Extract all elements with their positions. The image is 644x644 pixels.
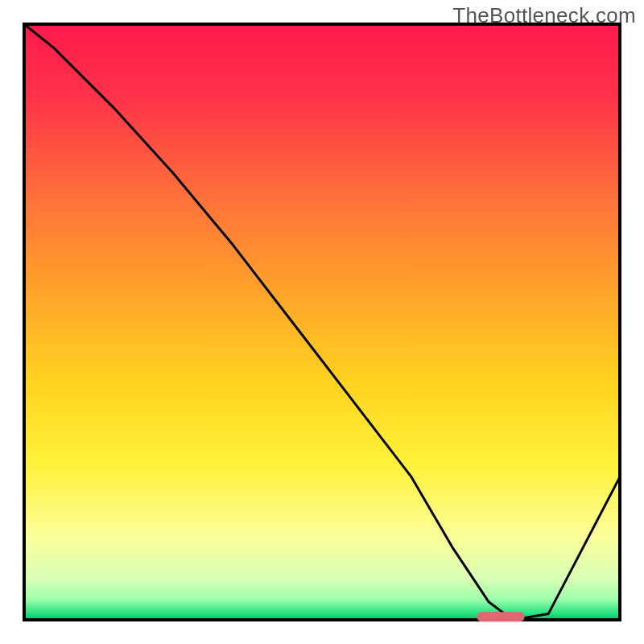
chart-svg <box>0 0 644 644</box>
bottleneck-chart: TheBottleneck.com <box>0 0 644 644</box>
watermark-label: TheBottleneck.com <box>452 3 636 28</box>
gradient-background <box>24 24 620 620</box>
optimal-marker <box>477 612 524 621</box>
